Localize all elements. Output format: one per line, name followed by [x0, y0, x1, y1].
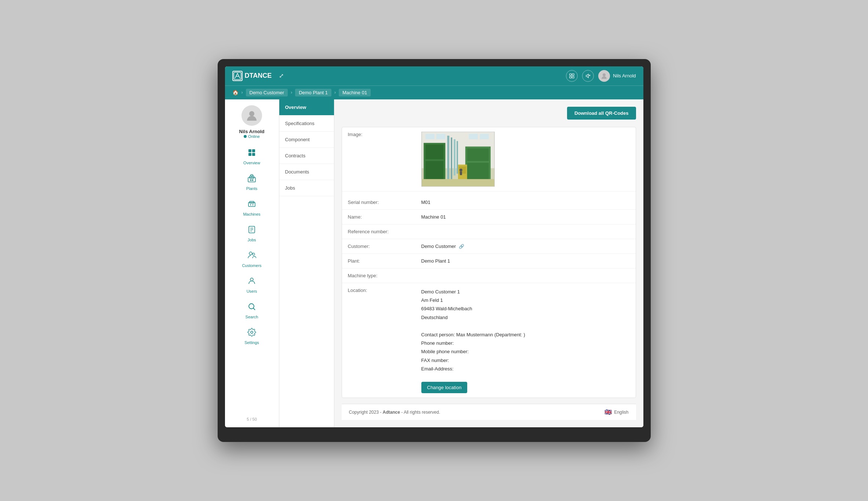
location-fax: FAX number: — [421, 356, 630, 365]
svg-rect-1 — [570, 74, 571, 76]
plants-icon — [247, 174, 256, 185]
machines-label: Machines — [243, 212, 260, 216]
search-label: Search — [246, 315, 258, 319]
logo-text: DTANCE — [245, 72, 272, 80]
settings-icon — [247, 328, 256, 339]
breadcrumb-sep-1: › — [241, 90, 243, 95]
left-nav-item-specifications[interactable]: Specifications — [279, 116, 334, 132]
expand-icon[interactable]: ⤢ — [276, 71, 286, 81]
svg-rect-45 — [425, 134, 435, 139]
svg-line-28 — [253, 308, 255, 310]
footer-brand: Adtance — [383, 410, 400, 415]
detail-row-customer: Customer: Demo Customer 🔗 — [342, 239, 636, 254]
resize-icon-btn[interactable] — [566, 70, 578, 82]
copyright-text: Copyright 2023 - Adtance - All rights re… — [349, 410, 440, 415]
svg-rect-47 — [469, 134, 478, 139]
user-section: Nils Arnold Online — [239, 105, 265, 139]
content-area: Overview Specifications Component Contra… — [279, 99, 643, 428]
breadcrumb-item-1[interactable]: Demo Customer — [246, 89, 288, 96]
sidebar-item-users[interactable]: Users — [225, 273, 279, 297]
image-label: Image: — [348, 132, 421, 137]
top-bar: DTANCE ⤢ — [225, 66, 643, 85]
svg-rect-38 — [457, 141, 458, 173]
machine-image — [421, 132, 495, 187]
svg-rect-10 — [252, 153, 255, 156]
left-nav: Overview Specifications Component Contra… — [279, 99, 334, 428]
users-label: Users — [247, 289, 257, 293]
sidebar-item-settings[interactable]: Settings — [225, 324, 279, 348]
left-nav-item-component[interactable]: Component — [279, 132, 334, 148]
left-nav-item-contracts[interactable]: Contracts — [279, 148, 334, 164]
logo: DTANCE — [232, 71, 272, 81]
sidebar-item-plants[interactable]: Plants — [225, 170, 279, 194]
left-nav-item-jobs[interactable]: Jobs — [279, 180, 334, 196]
plant-value: Demo Plant 1 — [421, 258, 630, 264]
svg-rect-13 — [251, 175, 253, 176]
user-name-header: Nils Arnold — [613, 73, 636, 78]
location-value: Demo Customer 1 Am Feld 1 69483 Wald-Mic… — [421, 288, 630, 394]
overview-icon — [247, 148, 256, 159]
left-nav-item-documents[interactable]: Documents — [279, 164, 334, 180]
user-info: Nils Arnold — [598, 70, 636, 82]
footer-language[interactable]: 🇬🇧 English — [604, 409, 628, 416]
name-value: Machine 01 — [421, 214, 630, 220]
jobs-label: Jobs — [247, 238, 256, 242]
sidebar-item-overview[interactable]: Overview — [225, 145, 279, 169]
breadcrumb-sep-2: › — [291, 90, 292, 95]
detail-row-image: Image: — [342, 127, 636, 191]
main-content: Download all QR-Codes Image: — [334, 99, 643, 428]
svg-rect-35 — [447, 135, 449, 182]
sidebar-item-customers[interactable]: Customers — [225, 247, 279, 271]
svg-rect-36 — [451, 137, 452, 180]
footer: Copyright 2023 - Adtance - All rights re… — [342, 404, 636, 420]
customer-value: Demo Customer 🔗 — [421, 244, 630, 249]
reference-label: Reference number: — [348, 229, 421, 234]
sidebar-item-jobs[interactable]: Jobs — [225, 222, 279, 246]
page-indicator: 5 / 50 — [247, 417, 257, 421]
mute-icon-btn[interactable] — [582, 70, 594, 82]
download-qr-button[interactable]: Download all QR-Codes — [567, 107, 636, 120]
svg-point-5 — [603, 73, 606, 76]
name-label: Name: — [348, 214, 421, 220]
svg-rect-41 — [467, 162, 489, 180]
machines-icon — [247, 200, 256, 211]
user-status: Online — [244, 134, 260, 139]
customer-link-icon[interactable]: 🔗 — [459, 244, 464, 249]
customer-label: Customer: — [348, 244, 421, 249]
location-line-1: Demo Customer 1 — [421, 288, 630, 296]
svg-point-27 — [249, 304, 254, 309]
breadcrumb-item-2[interactable]: Demo Plant 1 — [295, 89, 331, 96]
svg-rect-8 — [252, 149, 255, 152]
screen: DTANCE ⤢ — [225, 66, 643, 428]
plants-label: Plants — [246, 186, 258, 191]
detail-row-location: Location: Demo Customer 1 Am Feld 1 6948… — [342, 283, 636, 398]
change-location-button[interactable]: Change location — [421, 382, 468, 393]
svg-point-24 — [249, 252, 252, 255]
customers-icon — [247, 251, 256, 262]
breadcrumb-home[interactable]: 🏠 — [232, 89, 239, 95]
left-nav-item-overview[interactable]: Overview — [279, 99, 334, 116]
svg-rect-33 — [425, 145, 443, 159]
svg-rect-14 — [250, 179, 251, 181]
svg-rect-46 — [436, 134, 445, 139]
location-line-2: Am Feld 1 — [421, 296, 630, 304]
location-email: Email-Address: — [421, 365, 630, 373]
location-mobile: Mobile phone number: — [421, 347, 630, 356]
content-header: Download all QR-Codes — [342, 107, 636, 120]
change-location-wrapper: Change location — [421, 377, 630, 393]
svg-point-25 — [253, 253, 255, 255]
plant-label: Plant: — [348, 258, 421, 264]
overview-label: Overview — [243, 161, 260, 165]
breadcrumb-item-3[interactable]: Machine 01 — [339, 89, 371, 96]
flag-icon: 🇬🇧 — [604, 409, 612, 416]
sidebar-item-search[interactable]: Search — [225, 299, 279, 323]
top-bar-right: Nils Arnold — [566, 70, 636, 82]
svg-rect-48 — [480, 134, 489, 139]
settings-label: Settings — [244, 340, 259, 345]
svg-rect-3 — [570, 76, 571, 78]
svg-point-49 — [459, 168, 462, 171]
sidebar-item-machines[interactable]: Machines — [225, 196, 279, 220]
sidebar: Nils Arnold Online — [225, 99, 279, 428]
customers-label: Customers — [242, 263, 261, 268]
language-label: English — [614, 410, 628, 415]
